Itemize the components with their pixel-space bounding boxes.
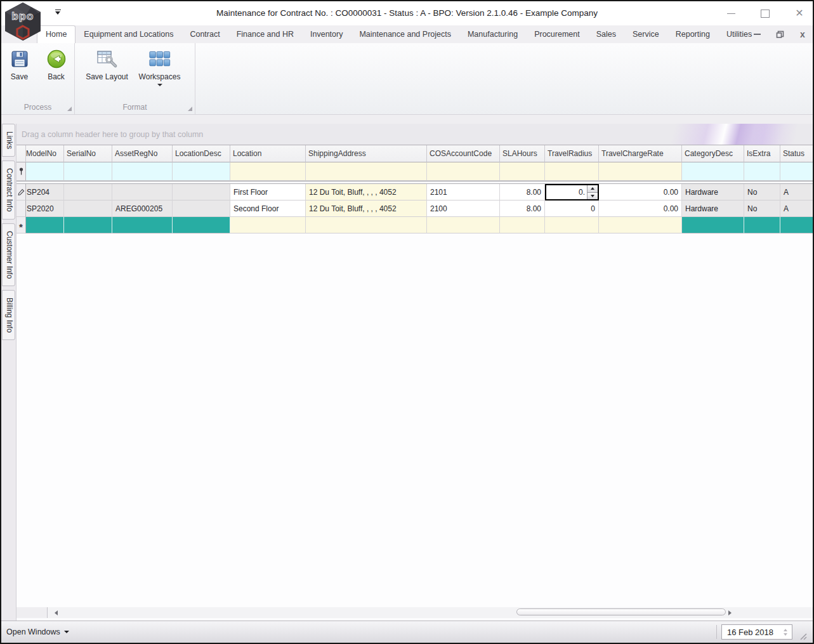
back-button[interactable]: Back: [39, 48, 74, 100]
cell-travelradius[interactable]: 0: [545, 200, 599, 217]
bpo-logo-icon[interactable]: bpo: [2, 2, 44, 41]
date-spin-buttons[interactable]: [780, 629, 792, 636]
cell-isextra[interactable]: No: [744, 200, 780, 217]
tab-procurement[interactable]: Procurement: [526, 26, 588, 43]
date-editor[interactable]: 16 Feb 2018: [721, 624, 792, 640]
scroll-left-icon[interactable]: [55, 610, 58, 615]
new-cell-modelno[interactable]: [26, 217, 64, 233]
column-header-status[interactable]: Status: [780, 145, 814, 162]
cell-travelchargerate[interactable]: 0.00: [599, 200, 682, 217]
column-header-cosaccountcode[interactable]: COSAccountCode: [427, 145, 500, 162]
cell-location[interactable]: First Floor: [230, 184, 306, 200]
new-cell-travelradius[interactable]: [545, 217, 599, 233]
filter-cell-travelradius[interactable]: [545, 162, 599, 181]
tab-contract[interactable]: Contract: [181, 26, 228, 43]
quick-access-dropdown-icon[interactable]: [55, 10, 61, 15]
ribbon-restore-button[interactable]: [773, 28, 786, 41]
cell-assetregno[interactable]: AREG000205: [112, 200, 173, 217]
window-close-button[interactable]: ✕: [791, 6, 808, 21]
filter-cell-modelno[interactable]: [26, 162, 64, 181]
new-cell-status[interactable]: [780, 217, 814, 233]
group-by-panel[interactable]: Drag a column header here to group by th…: [16, 124, 813, 145]
cell-locationdesc[interactable]: [173, 184, 230, 200]
new-cell-locationdesc[interactable]: [173, 217, 230, 233]
column-header-serialno[interactable]: SerialNo: [64, 145, 112, 162]
column-header-assetregno[interactable]: AssetRegNo: [112, 145, 173, 162]
column-header-location[interactable]: Location: [230, 145, 306, 162]
cell-cosaccountcode[interactable]: 2101: [427, 184, 500, 200]
sidebar-tab-billing-info[interactable]: Billing Info: [2, 290, 15, 340]
process-dialog-launcher-icon[interactable]: [67, 107, 72, 111]
format-dialog-launcher-icon[interactable]: [188, 107, 192, 111]
filter-cell-serialno[interactable]: [64, 162, 112, 181]
column-header-categorydesc[interactable]: CategoryDesc: [682, 145, 744, 162]
scroll-right-icon[interactable]: [728, 610, 732, 615]
sidebar-tab-links[interactable]: Links: [2, 124, 15, 157]
cell-travelchargerate[interactable]: 0.00: [599, 184, 682, 200]
sidebar-tab-customer-info[interactable]: Customer Info: [2, 223, 15, 286]
window-maximize-button[interactable]: [757, 6, 773, 21]
spin-up-button[interactable]: [588, 185, 598, 193]
new-cell-assetregno[interactable]: [112, 217, 173, 233]
cell-shippingaddress[interactable]: 12 Du Toit, Bluff, , , , 4052: [306, 200, 427, 217]
filter-cell-cosaccountcode[interactable]: [427, 162, 500, 181]
resize-grip-icon[interactable]: [799, 632, 808, 641]
new-cell-travelchargerate[interactable]: [599, 217, 682, 233]
tab-inventory[interactable]: Inventory: [302, 26, 351, 43]
filter-cell-status[interactable]: [780, 162, 814, 181]
cell-slahours[interactable]: 8.00: [500, 200, 545, 217]
save-layout-button[interactable]: Save Layout: [83, 48, 131, 100]
filter-cell-travelchargerate[interactable]: [599, 162, 682, 181]
column-header-slahours[interactable]: SLAHours: [500, 145, 545, 162]
cell-modelno[interactable]: SP2020: [26, 200, 64, 217]
scrollbar-thumb[interactable]: [516, 608, 726, 615]
filter-cell-isextra[interactable]: [744, 162, 780, 181]
cell-travelradius-editor[interactable]: 0.: [545, 184, 599, 200]
cell-assetregno[interactable]: [112, 184, 173, 200]
tab-reporting[interactable]: Reporting: [667, 26, 718, 43]
tab-manufacturing[interactable]: Manufacturing: [459, 26, 526, 43]
filter-cell-assetregno[interactable]: [112, 162, 173, 181]
filter-cell-categorydesc[interactable]: [682, 162, 744, 181]
sidebar-tab-contract-info[interactable]: Contract Info: [2, 161, 15, 220]
new-cell-shippingaddress[interactable]: [306, 217, 427, 233]
cell-status[interactable]: A: [780, 184, 814, 200]
column-header-isextra[interactable]: IsExtra: [744, 145, 780, 162]
ribbon-close-button[interactable]: x: [796, 28, 809, 41]
tab-service[interactable]: Service: [624, 26, 667, 43]
new-cell-isextra[interactable]: [744, 217, 780, 233]
cell-status[interactable]: A: [780, 200, 814, 217]
workspaces-button[interactable]: Workspaces: [133, 48, 187, 100]
cell-serialno[interactable]: [64, 200, 112, 217]
column-header-travelchargerate[interactable]: TravelChargeRate: [599, 145, 682, 162]
cell-shippingaddress[interactable]: 12 Du Toit, Bluff, , , , 4052: [306, 184, 427, 200]
tab-maintenance-and-projects[interactable]: Maintenance and Projects: [351, 26, 459, 43]
cell-locationdesc[interactable]: [173, 200, 230, 217]
tab-sales[interactable]: Sales: [588, 26, 624, 43]
filter-cell-slahours[interactable]: [500, 162, 545, 181]
column-header-travelradius[interactable]: TravelRadius: [545, 145, 599, 162]
window-minimize-button[interactable]: [723, 6, 739, 21]
cell-categorydesc[interactable]: Hardware: [682, 184, 744, 200]
cell-cosaccountcode[interactable]: 2100: [427, 200, 500, 217]
tab-finance-and-hr[interactable]: Finance and HR: [228, 26, 302, 43]
new-cell-slahours[interactable]: [500, 217, 545, 233]
new-cell-location[interactable]: [230, 217, 306, 233]
new-cell-serialno[interactable]: [64, 217, 112, 233]
cell-slahours[interactable]: 8.00: [500, 184, 545, 200]
open-windows-dropdown[interactable]: Open Windows: [6, 628, 69, 636]
cell-serialno[interactable]: [64, 184, 112, 200]
spin-down-button[interactable]: [588, 193, 598, 200]
save-button[interactable]: Save: [2, 48, 37, 100]
cell-location[interactable]: Second Floor: [230, 200, 306, 217]
column-header-modelno[interactable]: ModelNo: [26, 145, 64, 162]
cell-modelno[interactable]: SP204: [26, 184, 64, 200]
column-header-shippingaddress[interactable]: ShippingAddress: [306, 145, 427, 162]
spin-editor-value[interactable]: 0.: [546, 185, 587, 199]
filter-cell-shippingaddress[interactable]: [306, 162, 427, 181]
new-cell-cosaccountcode[interactable]: [427, 217, 500, 233]
tab-equipment-and-locations[interactable]: Equipment and Locations: [75, 26, 181, 43]
cell-isextra[interactable]: No: [744, 184, 780, 200]
filter-cell-location[interactable]: [230, 162, 306, 181]
ribbon-minimize-button[interactable]: [751, 28, 763, 41]
